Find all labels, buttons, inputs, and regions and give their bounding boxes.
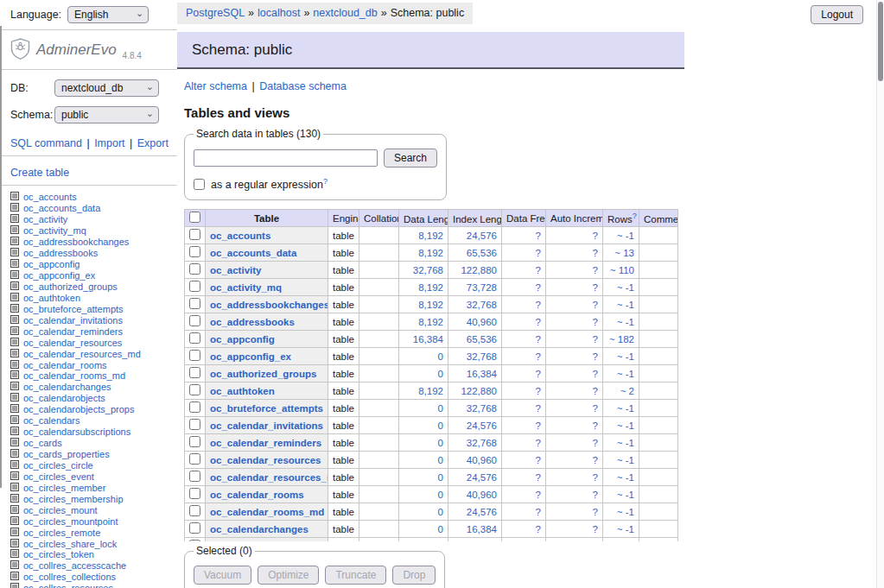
data-length-link[interactable]: 0 — [438, 455, 443, 465]
table-name-link[interactable]: oc_calendar_rooms — [210, 490, 304, 500]
data-length-link[interactable]: 0 — [438, 472, 443, 483]
table-icon[interactable] — [10, 560, 19, 571]
rows-count-link[interactable]: ~ -1 — [617, 403, 634, 414]
import-link[interactable]: Import — [94, 137, 124, 149]
table-name-link[interactable]: oc_calendar_rooms_md — [210, 507, 324, 517]
table-icon[interactable] — [10, 415, 19, 426]
auto-increment-link[interactable]: ? — [593, 300, 598, 310]
rows-count-link[interactable]: ~ -1 — [617, 472, 634, 483]
table-name-link[interactable]: oc_accounts — [210, 231, 270, 241]
auto-increment-link[interactable]: ? — [593, 490, 598, 500]
table-icon[interactable] — [10, 293, 19, 303]
row-checkbox[interactable] — [189, 540, 200, 541]
auto-increment-link[interactable]: ? — [593, 317, 598, 327]
data-length-link[interactable]: 0 — [438, 438, 443, 448]
auto-increment-link[interactable]: ? — [593, 369, 598, 379]
table-icon[interactable] — [10, 315, 19, 326]
data-length-link[interactable]: 0 — [438, 524, 443, 534]
table-icon[interactable] — [10, 259, 19, 269]
index-length-link[interactable]: 16,384 — [467, 524, 497, 534]
table-name-link[interactable]: oc_appconfig — [210, 334, 275, 345]
table-name-link[interactable]: oc_authorized_groups — [210, 369, 316, 379]
data-length-link[interactable]: 16,384 — [413, 334, 443, 345]
row-checkbox[interactable] — [189, 522, 200, 534]
sidebar-table-link[interactable]: oc_collres_collections — [23, 572, 116, 582]
data-free-link[interactable]: ? — [536, 541, 541, 542]
data-length-link[interactable]: 0 — [438, 420, 443, 431]
table-icon[interactable] — [10, 304, 19, 314]
index-length-link[interactable]: 32,768 — [467, 351, 497, 362]
table-icon[interactable] — [10, 528, 19, 538]
sidebar-table-link[interactable]: oc_circles_event — [23, 471, 94, 482]
sql-command-link[interactable]: SQL command — [10, 137, 82, 149]
bulk-action-button[interactable]: Vacuum — [194, 566, 251, 585]
table-icon[interactable] — [10, 539, 19, 549]
data-free-link[interactable]: ? — [536, 300, 541, 310]
db-select[interactable]: nextcloud_db ⌄ — [54, 79, 159, 97]
row-checkbox[interactable] — [189, 453, 200, 465]
alter-schema-link[interactable]: Alter schema — [184, 80, 247, 92]
data-free-link[interactable]: ? — [536, 490, 541, 500]
rows-count-link[interactable]: ~ -1 — [617, 231, 634, 241]
row-checkbox[interactable] — [189, 263, 200, 275]
data-length-link[interactable]: 0 — [438, 403, 443, 414]
table-icon[interactable] — [10, 237, 19, 247]
page-scrollbar[interactable] — [876, 0, 884, 588]
table-icon[interactable] — [10, 382, 19, 392]
sidebar-table-link[interactable]: oc_addressbookchanges — [23, 237, 129, 247]
sidebar-table-link[interactable]: oc_addressbooks — [23, 248, 98, 258]
table-icon[interactable] — [10, 427, 19, 437]
search-input[interactable] — [194, 149, 378, 167]
sidebar-table-link[interactable]: oc_circles_remote — [23, 528, 100, 538]
schema-select[interactable]: public ⌄ — [54, 106, 159, 123]
data-length-link[interactable]: 8,192 — [418, 231, 443, 241]
data-free-link[interactable]: ? — [536, 265, 541, 275]
data-free-link[interactable]: ? — [536, 403, 541, 414]
sidebar-table-link[interactable]: oc_circles_member — [23, 483, 105, 493]
rows-count-link[interactable]: ~ -1 — [617, 524, 634, 534]
logout-button[interactable]: Logout — [811, 5, 863, 24]
sidebar-table-link[interactable]: oc_appconfig_ex — [23, 270, 95, 281]
sidebar-table-link[interactable]: oc_activity_mq — [23, 225, 86, 236]
table-icon[interactable] — [10, 404, 19, 414]
sidebar-table-link[interactable]: oc_calendar_rooms — [23, 360, 107, 370]
select-all-checkbox[interactable] — [189, 212, 200, 223]
rows-count-link[interactable]: ~ -1 — [617, 369, 634, 379]
language-select[interactable]: English ⌄ — [67, 6, 149, 23]
row-checkbox[interactable] — [189, 350, 200, 361]
row-checkbox[interactable] — [189, 298, 200, 309]
rows-count-link[interactable]: ~ -1 — [617, 351, 634, 362]
index-length-link[interactable]: 122,880 — [461, 386, 497, 396]
bulk-action-button[interactable]: Optimize — [258, 566, 319, 585]
table-icon[interactable] — [10, 572, 19, 582]
table-icon[interactable] — [10, 549, 19, 560]
data-length-link[interactable]: 8,192 — [418, 282, 443, 293]
index-length-link[interactable]: 40,960 — [467, 317, 497, 327]
data-free-link[interactable]: ? — [536, 369, 541, 379]
index-length-link[interactable]: 40,960 — [467, 455, 497, 465]
table-icon[interactable] — [10, 483, 19, 493]
index-length-link[interactable]: 122,880 — [461, 265, 497, 275]
data-length-link[interactable]: 32,768 — [413, 265, 443, 275]
table-name-link[interactable]: oc_calendar_resources_md — [210, 472, 328, 483]
table-icon[interactable] — [10, 505, 19, 515]
table-icon[interactable] — [10, 460, 19, 471]
sidebar-table-link[interactable]: oc_accounts_data — [23, 203, 100, 213]
table-name-link[interactable]: oc_activity_mq — [210, 282, 282, 293]
sidebar-table-link[interactable]: oc_calendarsubscriptions — [23, 427, 130, 437]
rows-count-link[interactable]: ~ -1 — [617, 317, 634, 327]
index-length-link[interactable]: 24,576 — [467, 507, 497, 517]
auto-increment-link[interactable]: ? — [593, 472, 598, 483]
data-free-link[interactable]: ? — [536, 472, 541, 483]
table-icon[interactable] — [10, 270, 19, 281]
table-icon[interactable] — [10, 225, 19, 236]
database-schema-link[interactable]: Database schema — [259, 80, 347, 92]
row-checkbox[interactable] — [189, 505, 200, 516]
data-free-link[interactable]: ? — [536, 231, 541, 241]
data-free-link[interactable]: ? — [536, 420, 541, 431]
auto-increment-link[interactable]: ? — [593, 420, 598, 431]
rows-count-link[interactable]: ~ -1 — [617, 507, 634, 517]
regex-checkbox[interactable] — [194, 179, 205, 190]
rows-count-link[interactable]: ~ -1 — [617, 282, 634, 293]
index-length-link[interactable]: 24,576 — [467, 231, 497, 241]
